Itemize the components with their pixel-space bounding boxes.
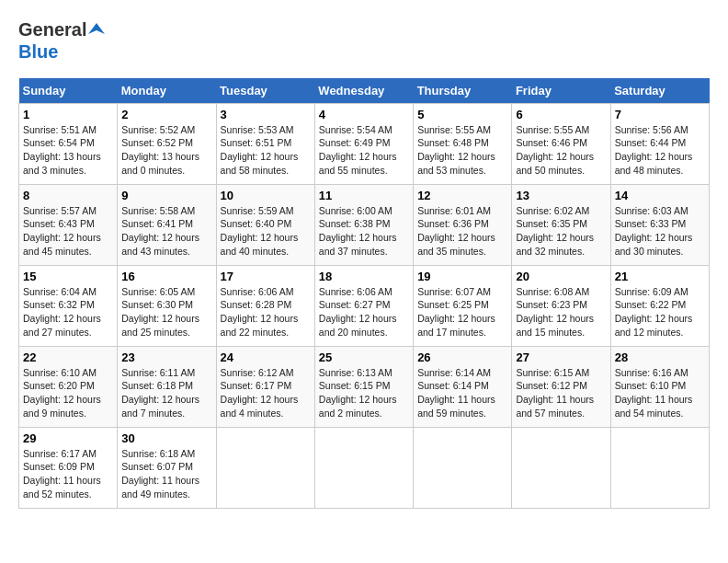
page-header: General Blue bbox=[18, 18, 710, 63]
day-number: 2 bbox=[121, 108, 211, 121]
day-number: 11 bbox=[319, 189, 409, 202]
calendar-day-cell bbox=[610, 427, 709, 508]
day-number: 17 bbox=[221, 270, 311, 283]
calendar-day-cell: 18 Sunrise: 6:06 AMSunset: 6:27 PMDaylig… bbox=[314, 265, 413, 346]
day-info: Sunrise: 6:07 AMSunset: 6:25 PMDaylight:… bbox=[417, 286, 495, 338]
day-info: Sunrise: 6:17 AMSunset: 6:09 PMDaylight:… bbox=[23, 448, 101, 500]
calendar-week-row: 29 Sunrise: 6:17 AMSunset: 6:09 PMDaylig… bbox=[19, 427, 710, 508]
day-number: 27 bbox=[516, 350, 606, 364]
calendar-day-cell: 10 Sunrise: 5:59 AMSunset: 6:40 PMDaylig… bbox=[216, 184, 314, 265]
day-info: Sunrise: 6:12 AMSunset: 6:17 PMDaylight:… bbox=[221, 367, 299, 419]
day-number: 1 bbox=[23, 108, 113, 121]
day-info: Sunrise: 6:08 AMSunset: 6:23 PMDaylight:… bbox=[516, 286, 594, 338]
day-info: Sunrise: 6:18 AMSunset: 6:07 PMDaylight:… bbox=[121, 448, 199, 500]
calendar-day-cell: 23 Sunrise: 6:11 AMSunset: 6:18 PMDaylig… bbox=[118, 346, 216, 427]
day-info: Sunrise: 6:15 AMSunset: 6:12 PMDaylight:… bbox=[516, 367, 594, 419]
calendar-day-cell: 17 Sunrise: 6:06 AMSunset: 6:28 PMDaylig… bbox=[216, 265, 314, 346]
calendar-table: Sunday Monday Tuesday Wednesday Thursday… bbox=[18, 78, 710, 509]
calendar-week-row: 8 Sunrise: 5:57 AMSunset: 6:43 PMDayligh… bbox=[19, 184, 710, 265]
logo: General Blue bbox=[18, 18, 105, 63]
col-wednesday: Wednesday bbox=[314, 78, 413, 104]
col-saturday: Saturday bbox=[610, 78, 709, 104]
day-number: 20 bbox=[516, 270, 606, 283]
day-number: 7 bbox=[615, 108, 705, 121]
calendar-day-cell: 9 Sunrise: 5:58 AMSunset: 6:41 PMDayligh… bbox=[118, 184, 216, 265]
day-info: Sunrise: 6:11 AMSunset: 6:18 PMDaylight:… bbox=[121, 367, 199, 419]
day-info: Sunrise: 6:06 AMSunset: 6:28 PMDaylight:… bbox=[221, 286, 299, 338]
calendar-day-cell: 21 Sunrise: 6:09 AMSunset: 6:22 PMDaylig… bbox=[610, 265, 709, 346]
day-info: Sunrise: 6:00 AMSunset: 6:38 PMDaylight:… bbox=[319, 205, 397, 257]
col-thursday: Thursday bbox=[414, 78, 512, 104]
day-number: 21 bbox=[615, 270, 705, 283]
day-info: Sunrise: 5:52 AMSunset: 6:52 PMDaylight:… bbox=[121, 124, 199, 176]
calendar-day-cell: 20 Sunrise: 6:08 AMSunset: 6:23 PMDaylig… bbox=[512, 265, 610, 346]
calendar-header-row: Sunday Monday Tuesday Wednesday Thursday… bbox=[19, 78, 710, 104]
calendar-day-cell: 15 Sunrise: 6:04 AMSunset: 6:32 PMDaylig… bbox=[19, 265, 118, 346]
day-number: 22 bbox=[23, 350, 113, 364]
day-info: Sunrise: 5:55 AMSunset: 6:48 PMDaylight:… bbox=[417, 124, 495, 176]
day-number: 4 bbox=[319, 108, 409, 121]
day-info: Sunrise: 6:03 AMSunset: 6:33 PMDaylight:… bbox=[615, 205, 693, 257]
day-info: Sunrise: 6:10 AMSunset: 6:20 PMDaylight:… bbox=[23, 367, 101, 419]
day-number: 13 bbox=[516, 189, 606, 202]
day-number: 30 bbox=[121, 431, 211, 445]
day-number: 14 bbox=[615, 189, 705, 202]
calendar-day-cell: 26 Sunrise: 6:14 AMSunset: 6:14 PMDaylig… bbox=[414, 346, 512, 427]
day-info: Sunrise: 6:09 AMSunset: 6:22 PMDaylight:… bbox=[615, 286, 693, 338]
day-info: Sunrise: 5:59 AMSunset: 6:40 PMDaylight:… bbox=[221, 205, 299, 257]
day-info: Sunrise: 5:54 AMSunset: 6:49 PMDaylight:… bbox=[319, 124, 397, 176]
calendar-week-row: 15 Sunrise: 6:04 AMSunset: 6:32 PMDaylig… bbox=[19, 265, 710, 346]
calendar-day-cell: 11 Sunrise: 6:00 AMSunset: 6:38 PMDaylig… bbox=[314, 184, 413, 265]
calendar-day-cell: 30 Sunrise: 6:18 AMSunset: 6:07 PMDaylig… bbox=[118, 427, 216, 508]
day-number: 18 bbox=[319, 270, 409, 283]
day-info: Sunrise: 5:53 AMSunset: 6:51 PMDaylight:… bbox=[221, 124, 299, 176]
day-info: Sunrise: 5:55 AMSunset: 6:46 PMDaylight:… bbox=[516, 124, 594, 176]
day-number: 29 bbox=[23, 431, 113, 445]
calendar-day-cell: 3 Sunrise: 5:53 AMSunset: 6:51 PMDayligh… bbox=[216, 103, 314, 184]
day-info: Sunrise: 6:06 AMSunset: 6:27 PMDaylight:… bbox=[319, 286, 397, 338]
day-info: Sunrise: 5:57 AMSunset: 6:43 PMDaylight:… bbox=[23, 205, 101, 257]
day-info: Sunrise: 5:56 AMSunset: 6:44 PMDaylight:… bbox=[615, 124, 693, 176]
calendar-day-cell: 14 Sunrise: 6:03 AMSunset: 6:33 PMDaylig… bbox=[610, 184, 709, 265]
day-info: Sunrise: 6:14 AMSunset: 6:14 PMDaylight:… bbox=[417, 367, 495, 419]
calendar-day-cell: 2 Sunrise: 5:52 AMSunset: 6:52 PMDayligh… bbox=[118, 103, 216, 184]
day-info: Sunrise: 6:05 AMSunset: 6:30 PMDaylight:… bbox=[121, 286, 199, 338]
day-number: 6 bbox=[516, 108, 606, 121]
day-info: Sunrise: 6:02 AMSunset: 6:35 PMDaylight:… bbox=[516, 205, 594, 257]
calendar-day-cell: 29 Sunrise: 6:17 AMSunset: 6:09 PMDaylig… bbox=[19, 427, 118, 508]
calendar-week-row: 1 Sunrise: 5:51 AMSunset: 6:54 PMDayligh… bbox=[19, 103, 710, 184]
calendar-day-cell bbox=[314, 427, 413, 508]
calendar-day-cell: 16 Sunrise: 6:05 AMSunset: 6:30 PMDaylig… bbox=[118, 265, 216, 346]
day-number: 3 bbox=[221, 108, 311, 121]
calendar-day-cell: 5 Sunrise: 5:55 AMSunset: 6:48 PMDayligh… bbox=[414, 103, 512, 184]
calendar-day-cell: 22 Sunrise: 6:10 AMSunset: 6:20 PMDaylig… bbox=[19, 346, 118, 427]
calendar-day-cell bbox=[414, 427, 512, 508]
calendar-day-cell: 25 Sunrise: 6:13 AMSunset: 6:15 PMDaylig… bbox=[314, 346, 413, 427]
calendar-day-cell: 7 Sunrise: 5:56 AMSunset: 6:44 PMDayligh… bbox=[610, 103, 709, 184]
day-info: Sunrise: 6:13 AMSunset: 6:15 PMDaylight:… bbox=[319, 367, 397, 419]
day-info: Sunrise: 5:58 AMSunset: 6:41 PMDaylight:… bbox=[121, 205, 199, 257]
day-number: 24 bbox=[221, 350, 311, 364]
day-number: 9 bbox=[121, 189, 211, 202]
calendar-day-cell: 4 Sunrise: 5:54 AMSunset: 6:49 PMDayligh… bbox=[314, 103, 413, 184]
calendar-day-cell: 1 Sunrise: 5:51 AMSunset: 6:54 PMDayligh… bbox=[19, 103, 118, 184]
day-number: 8 bbox=[23, 189, 113, 202]
logo-general: General bbox=[18, 18, 86, 40]
calendar-day-cell: 24 Sunrise: 6:12 AMSunset: 6:17 PMDaylig… bbox=[216, 346, 314, 427]
day-number: 19 bbox=[417, 270, 507, 283]
col-sunday: Sunday bbox=[19, 78, 118, 104]
calendar-day-cell bbox=[512, 427, 610, 508]
svg-marker-0 bbox=[88, 23, 105, 34]
calendar-day-cell bbox=[216, 427, 314, 508]
logo-bird-icon bbox=[88, 21, 105, 38]
calendar-day-cell: 19 Sunrise: 6:07 AMSunset: 6:25 PMDaylig… bbox=[414, 265, 512, 346]
day-number: 23 bbox=[121, 350, 211, 364]
day-number: 25 bbox=[319, 350, 409, 364]
calendar-day-cell: 6 Sunrise: 5:55 AMSunset: 6:46 PMDayligh… bbox=[512, 103, 610, 184]
calendar-day-cell: 27 Sunrise: 6:15 AMSunset: 6:12 PMDaylig… bbox=[512, 346, 610, 427]
day-number: 5 bbox=[417, 108, 507, 121]
day-number: 10 bbox=[221, 189, 311, 202]
calendar-day-cell: 28 Sunrise: 6:16 AMSunset: 6:10 PMDaylig… bbox=[610, 346, 709, 427]
day-info: Sunrise: 6:04 AMSunset: 6:32 PMDaylight:… bbox=[23, 286, 101, 338]
calendar-week-row: 22 Sunrise: 6:10 AMSunset: 6:20 PMDaylig… bbox=[19, 346, 710, 427]
